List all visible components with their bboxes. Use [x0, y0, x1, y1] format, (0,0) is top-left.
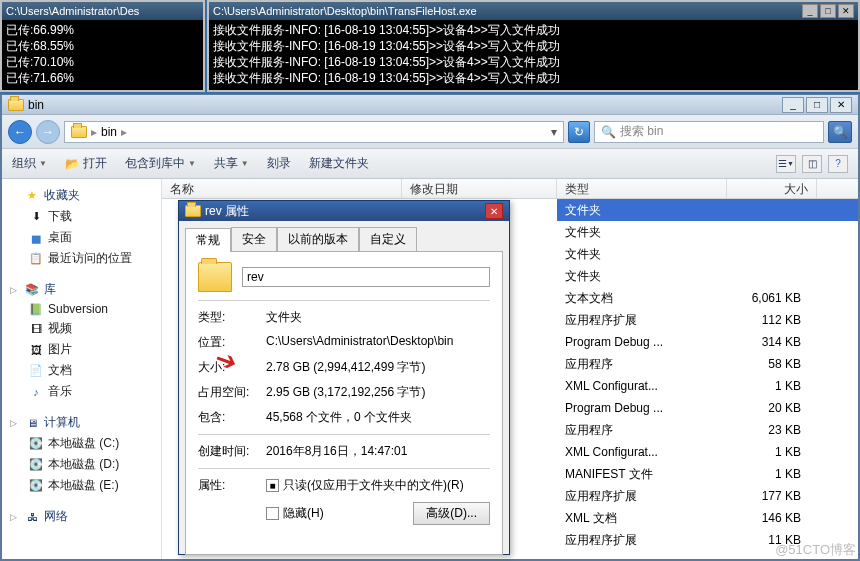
nav-drive-c[interactable]: 💽本地磁盘 (C:)	[6, 433, 157, 454]
file-row[interactable]: Program Debug ...20 KB	[557, 397, 858, 419]
console-window-2: C:\Users\Administrator\Desktop\bin\Trans…	[207, 0, 860, 92]
close-button[interactable]: ✕	[838, 4, 854, 18]
prop-size: 2.78 GB (2,994,412,499 字节)	[266, 359, 490, 376]
view-button[interactable]: ☰▼	[776, 155, 796, 173]
folder-icon	[185, 205, 201, 217]
search-button[interactable]: 🔍	[828, 121, 852, 143]
minimize-button[interactable]: _	[782, 97, 804, 113]
console-1-body: 已传:66.99% 已传:68.55% 已传:70.10% 已传:71.66%	[2, 20, 203, 88]
prop-created: 2016年8月16日，14:47:01	[266, 443, 490, 460]
watermark: @51CTO博客	[775, 541, 856, 559]
console-2-title: C:\Users\Administrator\Desktop\bin\Trans…	[213, 5, 477, 17]
open-button[interactable]: 📂 打开	[65, 155, 107, 172]
organize-button[interactable]: 组织 ▼	[12, 155, 47, 172]
nav-drive-d[interactable]: 💽本地磁盘 (D:)	[6, 454, 157, 475]
explorer-title: bin	[28, 98, 44, 112]
properties-dialog: rev 属性 ✕ 常规 安全 以前的版本 自定义 类型:文件夹 位置:C:\Us…	[178, 200, 510, 555]
command-bar: 组织 ▼ 📂 打开 包含到库中 ▼ 共享 ▼ 刻录 新建文件夹 ☰▼ ◫ ?	[2, 149, 858, 179]
advanced-button[interactable]: 高级(D)...	[413, 502, 490, 525]
properties-body: 类型:文件夹 位置:C:\Users\Administrator\Desktop…	[185, 251, 503, 555]
nav-favorites[interactable]: ★收藏夹	[6, 185, 157, 206]
file-row[interactable]: 文件夹	[557, 265, 858, 287]
breadcrumb[interactable]: ▸ bin ▸ ▾	[64, 121, 564, 143]
properties-titlebar[interactable]: rev 属性 ✕	[179, 201, 509, 221]
close-button[interactable]: ✕	[485, 203, 503, 219]
console-1-title: C:\Users\Administrator\Des	[6, 5, 139, 17]
maximize-button[interactable]: □	[820, 4, 836, 18]
tab-security[interactable]: 安全	[231, 227, 277, 251]
burn-button[interactable]: 刻录	[267, 155, 291, 172]
breadcrumb-folder[interactable]: bin	[101, 125, 117, 139]
col-type[interactable]: 类型	[557, 179, 727, 198]
tab-previous-versions[interactable]: 以前的版本	[277, 227, 359, 251]
nav-computer[interactable]: ▷🖥计算机	[6, 412, 157, 433]
console-2-body: 接收文件服务-INFO: [16-08-19 13:04:55]>>设备4>>写…	[209, 20, 858, 88]
col-size[interactable]: 大小	[727, 179, 817, 198]
file-row[interactable]: 文本文档6,061 KB	[557, 287, 858, 309]
col-name[interactable]: 名称	[162, 179, 402, 198]
nav-videos[interactable]: 🎞视频	[6, 318, 157, 339]
file-row[interactable]: 应用程序扩展112 KB	[557, 309, 858, 331]
console-2-titlebar[interactable]: C:\Users\Administrator\Desktop\bin\Trans…	[209, 2, 858, 20]
prop-size-on-disk: 2.95 GB (3,172,192,256 字节)	[266, 384, 490, 401]
file-row[interactable]: 应用程序58 KB	[557, 353, 858, 375]
folder-icon	[71, 126, 87, 138]
tab-general[interactable]: 常规	[185, 228, 231, 252]
new-folder-button[interactable]: 新建文件夹	[309, 155, 369, 172]
include-button[interactable]: 包含到库中 ▼	[125, 155, 196, 172]
back-button[interactable]: ←	[8, 120, 32, 144]
minimize-button[interactable]: _	[802, 4, 818, 18]
forward-button[interactable]: →	[36, 120, 60, 144]
column-headers[interactable]: 名称 修改日期 类型 大小	[162, 179, 858, 199]
help-button[interactable]: ?	[828, 155, 848, 173]
nav-pictures[interactable]: 🖼图片	[6, 339, 157, 360]
hidden-checkbox[interactable]: 隐藏(H)	[266, 505, 324, 522]
file-row[interactable]: XML Configurat...1 KB	[557, 375, 858, 397]
file-row[interactable]: 文件夹	[557, 221, 858, 243]
search-input[interactable]: 🔍搜索 bin	[594, 121, 824, 143]
readonly-checkbox[interactable]: ■只读(仅应用于文件夹中的文件)(R)	[266, 477, 490, 494]
nav-network[interactable]: ▷🖧网络	[6, 506, 157, 527]
file-row[interactable]: 文件夹	[557, 243, 858, 265]
navigation-pane: ★收藏夹 ⬇下载 ▅桌面 📋最近访问的位置 ▷📚库 📗Subversion 🎞视…	[2, 179, 162, 559]
nav-libraries[interactable]: ▷📚库	[6, 279, 157, 300]
nav-recent[interactable]: 📋最近访问的位置	[6, 248, 157, 269]
prop-type: 文件夹	[266, 309, 490, 326]
tab-custom[interactable]: 自定义	[359, 227, 417, 251]
nav-documents[interactable]: 📄文档	[6, 360, 157, 381]
file-row[interactable]: 应用程序23 KB	[557, 419, 858, 441]
folder-icon	[8, 99, 24, 111]
preview-pane-button[interactable]: ◫	[802, 155, 822, 173]
nav-subversion[interactable]: 📗Subversion	[6, 300, 157, 318]
maximize-button[interactable]: □	[806, 97, 828, 113]
explorer-titlebar[interactable]: bin _ □ ✕	[2, 95, 858, 115]
prop-contains: 45,568 个文件，0 个文件夹	[266, 409, 490, 426]
nav-desktop[interactable]: ▅桌面	[6, 227, 157, 248]
file-list: 文件夹文件夹文件夹文件夹文本文档6,061 KB应用程序扩展112 KBProg…	[557, 199, 858, 559]
file-row[interactable]: Program Debug ...314 KB	[557, 331, 858, 353]
folder-icon	[198, 262, 232, 292]
nav-music[interactable]: ♪音乐	[6, 381, 157, 402]
console-1-titlebar[interactable]: C:\Users\Administrator\Des	[2, 2, 203, 20]
file-row[interactable]: MANIFEST 文件1 KB	[557, 463, 858, 485]
folder-name-input[interactable]	[242, 267, 490, 287]
address-bar: ← → ▸ bin ▸ ▾ ↻ 🔍搜索 bin 🔍	[2, 115, 858, 149]
share-button[interactable]: 共享 ▼	[214, 155, 249, 172]
file-row[interactable]: XML 文档146 KB	[557, 507, 858, 529]
properties-title: rev 属性	[205, 203, 249, 220]
file-row[interactable]: 文件夹	[557, 199, 858, 221]
file-row[interactable]: XML Configurat...1 KB	[557, 441, 858, 463]
close-button[interactable]: ✕	[830, 97, 852, 113]
console-window-1: C:\Users\Administrator\Des 已传:66.99% 已传:…	[0, 0, 205, 92]
nav-drive-e[interactable]: 💽本地磁盘 (E:)	[6, 475, 157, 496]
refresh-button[interactable]: ↻	[568, 121, 590, 143]
col-date[interactable]: 修改日期	[402, 179, 557, 198]
prop-location: C:\Users\Administrator\Desktop\bin	[266, 334, 490, 351]
file-row[interactable]: 应用程序扩展177 KB	[557, 485, 858, 507]
nav-downloads[interactable]: ⬇下载	[6, 206, 157, 227]
properties-tabs: 常规 安全 以前的版本 自定义	[179, 221, 509, 251]
